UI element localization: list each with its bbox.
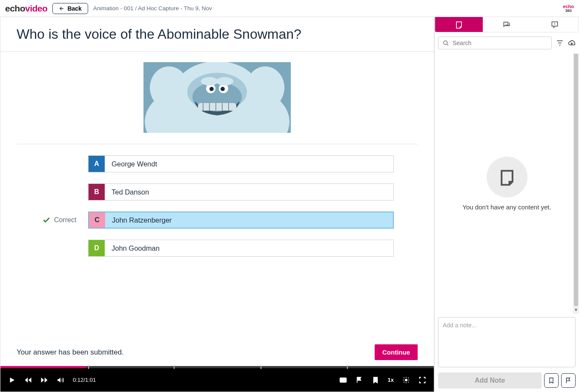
flag-icon[interactable]: [355, 376, 363, 384]
play-icon[interactable]: [8, 376, 16, 384]
sidebar-bottom: Add Note: [435, 372, 579, 392]
note-input[interactable]: [438, 317, 576, 367]
divider: [17, 144, 418, 144]
scrollbar[interactable]: ▼: [573, 54, 579, 306]
answer-row: AGeorge Wendt: [40, 155, 394, 172]
speed-button[interactable]: 1x: [388, 377, 394, 383]
answer-text: John Ratzenberger: [105, 212, 393, 228]
submit-bar: Your answer has been submitted. Continue: [0, 338, 434, 366]
continue-button[interactable]: Continue: [375, 344, 418, 360]
back-button[interactable]: Back: [52, 3, 88, 14]
top-bar: echovideo Back Animation - 001 / Ad Hoc …: [0, 0, 579, 17]
answer-letter: C: [89, 212, 105, 228]
progress-fill: [0, 366, 86, 368]
question-header: Who is the voice of the Abominable Snowm…: [0, 17, 434, 52]
tab-questions[interactable]: [531, 17, 579, 32]
answer-row: BTed Danson: [40, 183, 394, 200]
svg-point-23: [444, 40, 447, 44]
question-image: [143, 62, 291, 133]
question-body: AGeorge WendtBTed DansonCorrectCJohn Rat…: [0, 52, 434, 338]
answer-letter: B: [89, 184, 105, 200]
tab-discussion[interactable]: [483, 17, 530, 32]
logo[interactable]: echovideo: [5, 3, 47, 14]
empty-state-icon: [487, 157, 527, 197]
answer-option-A[interactable]: AGeorge Wendt: [88, 155, 394, 172]
tab-notes[interactable]: [435, 17, 483, 32]
note-area: [435, 314, 579, 372]
player-bar: 0:12/1:01 CC 1x: [0, 366, 434, 392]
search-row: [435, 32, 579, 54]
progress-track[interactable]: [0, 366, 434, 368]
answer-option-B[interactable]: BTed Danson: [88, 183, 394, 200]
submitted-message: Your answer has been submitted.: [17, 348, 124, 357]
forward-icon[interactable]: [40, 376, 48, 384]
breadcrumb: Animation - 001 / Ad Hoc Capture - Thu 9…: [93, 5, 212, 11]
settings-icon[interactable]: [402, 376, 410, 384]
answer-option-D[interactable]: DJohn Goodman: [88, 240, 394, 257]
svg-rect-12: [198, 103, 236, 111]
answer-text: John Goodman: [105, 240, 393, 256]
bookmark-icon[interactable]: [372, 376, 379, 384]
back-label: Back: [67, 5, 81, 12]
answer-prefix: Correct: [40, 216, 88, 224]
svg-point-18: [201, 77, 218, 86]
volume-icon[interactable]: [57, 376, 64, 384]
answer-text: George Wendt: [105, 156, 393, 172]
content-column: Who is the voice of the Abominable Snowm…: [0, 17, 434, 392]
svg-point-10: [209, 87, 214, 91]
arrow-left-icon: [59, 6, 65, 11]
captions-icon[interactable]: CC: [339, 376, 347, 384]
progress-tick[interactable]: [88, 365, 89, 369]
correct-label: Correct: [54, 216, 76, 224]
answer-row: DJohn Goodman: [40, 240, 394, 257]
check-icon: [42, 216, 51, 224]
question-title: Who is the voice of the Abominable Snowm…: [17, 26, 418, 42]
answer-text: Ted Danson: [105, 184, 393, 200]
mini-logo[interactable]: echo360: [563, 4, 574, 13]
fullscreen-icon[interactable]: [418, 376, 426, 384]
svg-point-19: [216, 77, 233, 86]
bookmark-button[interactable]: [544, 373, 559, 388]
filter-icon[interactable]: [556, 39, 564, 47]
progress-tick[interactable]: [347, 365, 348, 369]
answer-option-C[interactable]: CJohn Ratzenberger: [88, 212, 394, 229]
answer-letter: D: [89, 240, 105, 256]
svg-text:CC: CC: [341, 379, 345, 382]
rewind-icon[interactable]: [24, 376, 32, 384]
progress-tick[interactable]: [261, 365, 261, 369]
add-note-button[interactable]: Add Note: [438, 372, 542, 389]
sidebar: ▼ You don't have any content yet. Add No…: [434, 17, 579, 392]
download-cloud-icon[interactable]: [568, 39, 576, 47]
answer-letter: A: [89, 156, 105, 172]
search-icon: [443, 40, 449, 46]
progress-tick[interactable]: [174, 365, 175, 369]
flag-button[interactable]: [561, 373, 576, 388]
answer-row: CorrectCJohn Ratzenberger: [40, 212, 394, 229]
search-input[interactable]: [453, 40, 547, 46]
empty-state-text: You don't have any content yet.: [462, 203, 551, 211]
sidebar-tabs: [435, 17, 579, 32]
sidebar-body: ▼ You don't have any content yet.: [435, 54, 579, 314]
svg-point-11: [221, 87, 225, 91]
time-display: 0:12/1:01: [73, 377, 96, 383]
search-box[interactable]: [438, 37, 552, 49]
svg-point-22: [405, 379, 407, 381]
